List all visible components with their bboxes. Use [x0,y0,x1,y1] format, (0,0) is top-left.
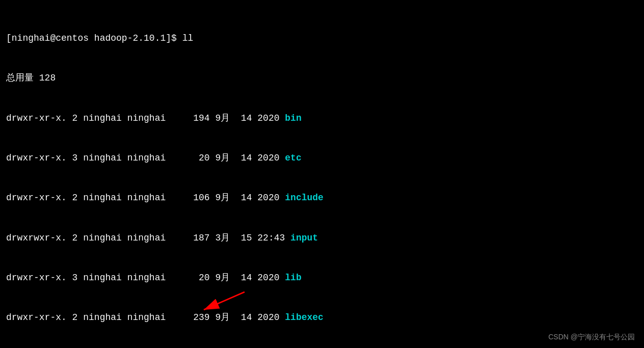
line-dir3: drwxr-xr-x. 2 ninghai ninghai 106 9月 14 … [6,191,638,204]
dirname-lib: lib [285,273,301,283]
line-dir1: drwxr-xr-x. 2 ninghai ninghai 194 9月 14 … [6,112,638,125]
dirname-input: input [290,233,318,243]
line-dir5: drwxr-xr-x. 3 ninghai ninghai 20 9月 14 2… [6,271,638,284]
dirname-libexec: libexec [285,312,324,323]
terminal-window: [ninghai@centos hadoop-2.10.1]$ ll 总用量 1… [0,0,644,348]
line-dir2: drwxr-xr-x. 3 ninghai ninghai 20 9月 14 2… [6,151,638,165]
watermark-text: CSDN @宁海没有七号公园 [548,333,635,342]
dirname-include: include [285,193,324,203]
dirname-etc: etc [285,153,301,163]
dirname-bin: bin [285,113,301,123]
line-dir4: drwxrwxr-x. 2 ninghai ninghai 187 3月 15 … [6,231,638,245]
line-total1: 总用量 128 [6,71,638,85]
line-prompt1: [ninghai@centos hadoop-2.10.1]$ ll [6,32,638,45]
line-dir6: drwxr-xr-x. 2 ninghai ninghai 239 9月 14 … [6,311,638,324]
